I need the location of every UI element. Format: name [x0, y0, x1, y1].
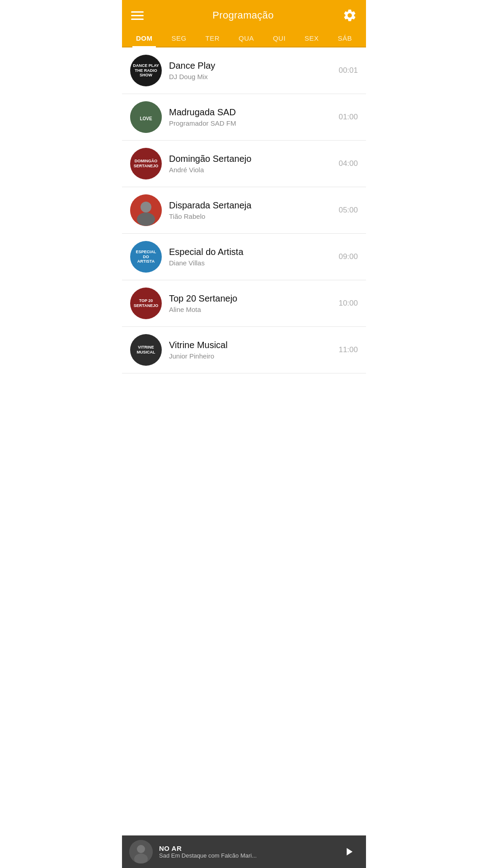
program-info: Vitrine Musical Junior Pinheiro	[169, 340, 334, 360]
list-item[interactable]: EspecialdoArtista Especial do Artista Di…	[122, 234, 366, 280]
program-thumbnail: LOVE	[130, 101, 162, 133]
page-title: Programação	[212, 9, 273, 21]
list-item[interactable]: Dance PlayThe RadioShow Dance Play DJ Do…	[122, 47, 366, 94]
svg-point-4	[137, 212, 155, 226]
program-thumbnail: Dance PlayThe RadioShow	[130, 55, 162, 86]
program-time: 04:00	[338, 159, 358, 168]
program-info: Top 20 Sertanejo Aline Mota	[169, 293, 334, 313]
program-thumbnail: DomingãoSertanejo	[130, 148, 162, 179]
program-thumbnail: VITRINEMUSICAL	[130, 334, 162, 366]
list-item[interactable]: DomingãoSertanejo Domingão Sertanejo And…	[122, 141, 366, 187]
day-tabs: DOM SEG TER QUA QUI SEX SÁB	[122, 29, 366, 47]
program-host: Junior Pinheiro	[169, 352, 334, 360]
tab-ter[interactable]: TER	[202, 29, 224, 47]
program-info: Dance Play DJ Doug Mix	[169, 61, 334, 80]
program-info: Madrugada SAD Programador SAD FM	[169, 107, 334, 127]
list-item[interactable]: LOVE Madrugada SAD Programador SAD FM 01…	[122, 94, 366, 141]
program-time: 00:01	[338, 66, 358, 75]
settings-icon[interactable]	[343, 8, 357, 23]
tab-seg[interactable]: SEG	[168, 29, 190, 47]
program-host: Aline Mota	[169, 306, 334, 313]
program-host: DJ Doug Mix	[169, 73, 334, 80]
program-title: Madrugada SAD	[169, 107, 334, 118]
svg-text:LOVE: LOVE	[140, 116, 152, 121]
menu-icon[interactable]	[131, 11, 144, 20]
program-list: Dance PlayThe RadioShow Dance Play DJ Do…	[122, 47, 366, 410]
app-header: Programação	[122, 0, 366, 29]
program-time: 11:00	[338, 345, 358, 354]
program-time: 05:00	[338, 206, 358, 215]
program-title: Especial do Artista	[169, 247, 334, 257]
tab-sab[interactable]: SÁB	[334, 29, 356, 47]
list-item[interactable]: VITRINEMUSICAL Vitrine Musical Junior Pi…	[122, 327, 366, 373]
program-thumbnail: TOP 20SERTANEJO	[130, 288, 162, 319]
program-host: Programador SAD FM	[169, 119, 334, 127]
list-item[interactable]: Disparada Sertaneja Tião Rabelo 05:00	[122, 187, 366, 234]
program-title: Top 20 Sertanejo	[169, 293, 334, 304]
program-title: Domingão Sertanejo	[169, 154, 334, 164]
program-title: Disparada Sertaneja	[169, 200, 334, 211]
program-info: Especial do Artista Diane Villas	[169, 247, 334, 267]
tab-sex[interactable]: SEX	[301, 29, 323, 47]
program-time: 09:00	[338, 252, 358, 261]
program-info: Domingão Sertanejo André Viola	[169, 154, 334, 174]
program-title: Dance Play	[169, 61, 334, 71]
tab-dom[interactable]: DOM	[132, 29, 156, 47]
svg-point-3	[141, 202, 151, 212]
program-host: Tião Rabelo	[169, 212, 334, 220]
program-thumbnail: EspecialdoArtista	[130, 241, 162, 273]
tab-qui[interactable]: QUI	[269, 29, 289, 47]
program-title: Vitrine Musical	[169, 340, 334, 350]
program-thumbnail	[130, 194, 162, 226]
program-info: Disparada Sertaneja Tião Rabelo	[169, 200, 334, 220]
program-time: 10:00	[338, 299, 358, 308]
program-host: André Viola	[169, 166, 334, 174]
program-host: Diane Villas	[169, 259, 334, 267]
program-time: 01:00	[338, 113, 358, 122]
list-item[interactable]: TOP 20SERTANEJO Top 20 Sertanejo Aline M…	[122, 280, 366, 327]
tab-qua[interactable]: QUA	[235, 29, 258, 47]
